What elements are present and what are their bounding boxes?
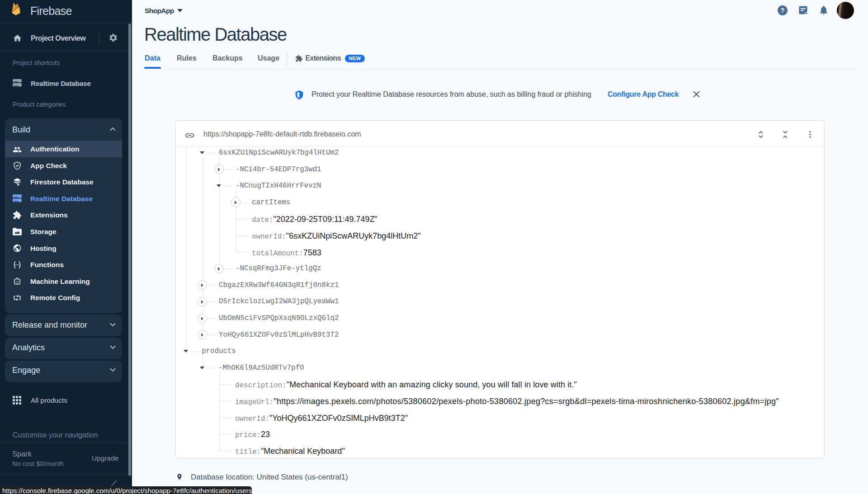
svg-text:?: ? [781, 7, 785, 14]
